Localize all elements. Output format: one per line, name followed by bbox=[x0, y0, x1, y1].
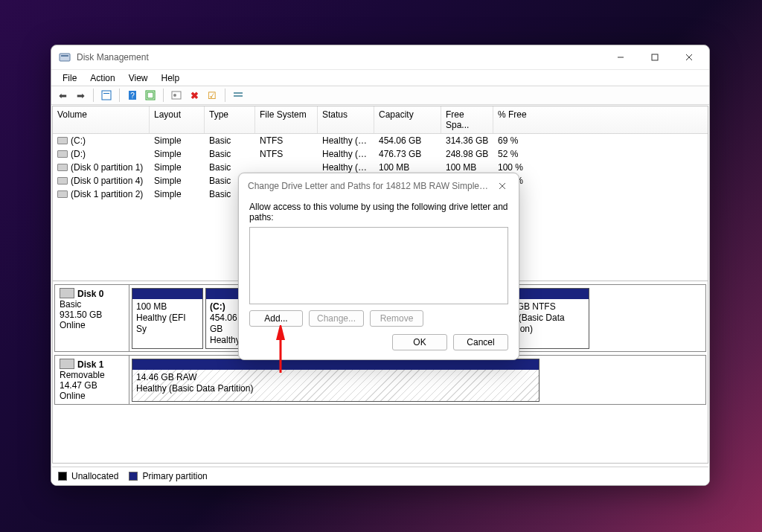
svg-rect-14 bbox=[234, 92, 243, 94]
menu-action[interactable]: Action bbox=[83, 71, 121, 85]
back-button[interactable]: ⬅ bbox=[54, 87, 71, 103]
svg-rect-6 bbox=[102, 91, 111, 100]
svg-rect-15 bbox=[234, 95, 243, 97]
dialog-titlebar: Change Drive Letter and Paths for 14812 … bbox=[239, 173, 519, 199]
col-type[interactable]: Type bbox=[205, 106, 255, 133]
col-freespace[interactable]: Free Spa... bbox=[441, 106, 493, 133]
delete-button[interactable]: ✖ bbox=[186, 87, 202, 103]
paths-listbox[interactable] bbox=[249, 227, 508, 304]
help-button[interactable]: ? bbox=[124, 87, 141, 103]
svg-rect-0 bbox=[60, 54, 70, 61]
properties-button[interactable] bbox=[98, 87, 115, 103]
menu-file[interactable]: File bbox=[56, 71, 83, 85]
dialog-close-button[interactable] bbox=[490, 176, 514, 196]
svg-text:?: ? bbox=[130, 92, 135, 100]
volume-icon bbox=[57, 137, 68, 144]
disk-block: Disk 1Removable14.47 GBOnline14.46 GB RA… bbox=[54, 355, 706, 405]
settings-button[interactable] bbox=[168, 87, 185, 103]
partition[interactable]: 14.46 GB RAWHealthy (Basic Data Partitio… bbox=[132, 359, 540, 402]
col-layout[interactable]: Layout bbox=[150, 106, 205, 133]
col-pctfree[interactable]: % Free bbox=[493, 106, 708, 133]
add-button[interactable]: Add... bbox=[249, 310, 303, 327]
app-icon bbox=[59, 51, 71, 63]
window-title: Disk Management bbox=[77, 52, 603, 63]
table-row[interactable]: (D:)SimpleBasicNTFSHealthy (B...476.73 G… bbox=[53, 147, 708, 161]
refresh-button[interactable] bbox=[142, 87, 159, 103]
legend-unallocated: Unallocated bbox=[58, 471, 118, 481]
list-button[interactable] bbox=[230, 87, 246, 103]
svg-rect-7 bbox=[103, 93, 109, 94]
svg-point-13 bbox=[173, 94, 176, 97]
col-status[interactable]: Status bbox=[318, 106, 374, 133]
cancel-button[interactable]: Cancel bbox=[453, 334, 508, 350]
titlebar: Disk Management bbox=[51, 45, 709, 69]
close-button[interactable] bbox=[672, 46, 706, 68]
change-drive-letter-dialog: Change Drive Letter and Paths for 14812 … bbox=[238, 173, 519, 360]
toolbar: ⬅ ➡ ? ✖ ☑ bbox=[51, 86, 709, 105]
svg-rect-3 bbox=[652, 54, 658, 60]
col-volume[interactable]: Volume bbox=[53, 106, 150, 133]
partition[interactable]: 100 MBHealthy (EFI Sy bbox=[132, 288, 203, 349]
menu-view[interactable]: View bbox=[122, 71, 155, 85]
volume-list-header: Volume Layout Type File System Status Ca… bbox=[53, 106, 708, 134]
ok-button[interactable]: OK bbox=[392, 334, 447, 350]
volume-icon bbox=[57, 190, 68, 198]
col-filesystem[interactable]: File System bbox=[255, 106, 318, 133]
menu-help[interactable]: Help bbox=[155, 71, 187, 85]
table-row[interactable]: (C:)SimpleBasicNTFSHealthy (B...454.06 G… bbox=[53, 134, 708, 147]
check-button[interactable]: ☑ bbox=[204, 87, 220, 103]
minimize-button[interactable] bbox=[603, 46, 638, 68]
disk-icon bbox=[60, 288, 74, 298]
remove-button[interactable]: Remove bbox=[370, 310, 423, 327]
menubar: File Action View Help bbox=[51, 69, 709, 86]
volume-icon bbox=[57, 150, 68, 158]
forward-button[interactable]: ➡ bbox=[72, 87, 89, 103]
col-capacity[interactable]: Capacity bbox=[374, 106, 441, 133]
svg-rect-1 bbox=[61, 55, 68, 57]
legend: Unallocated Primary partition bbox=[52, 467, 708, 484]
svg-rect-11 bbox=[147, 92, 153, 98]
volume-icon bbox=[57, 164, 68, 171]
disk-icon bbox=[60, 359, 74, 369]
dialog-message: Allow access to this volume by using the… bbox=[249, 202, 508, 222]
dialog-title: Change Drive Letter and Paths for 14812 … bbox=[248, 181, 490, 191]
change-button[interactable]: Change... bbox=[309, 310, 364, 327]
maximize-button[interactable] bbox=[638, 46, 672, 68]
volume-icon bbox=[57, 177, 68, 185]
legend-primary: Primary partition bbox=[129, 471, 207, 481]
